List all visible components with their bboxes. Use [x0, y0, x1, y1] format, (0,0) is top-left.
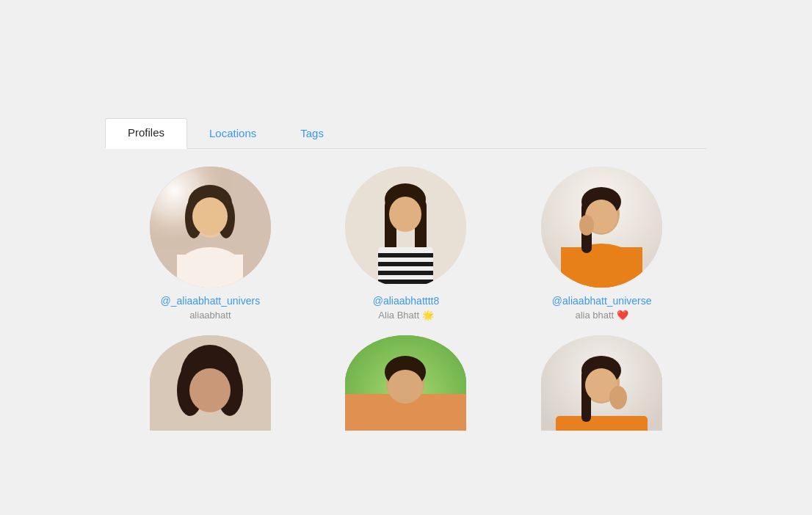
svg-point-7 [192, 197, 228, 235]
avatar-1 [150, 167, 271, 288]
svg-point-30 [579, 215, 594, 235]
tab-tags[interactable]: Tags [278, 120, 346, 148]
tab-locations[interactable]: Locations [187, 120, 278, 148]
profile-username-3: @aliaabhatt_universe [552, 295, 652, 307]
svg-point-50 [609, 386, 627, 409]
profile-fullname-2: Alia Bhatt 🌟 [378, 310, 433, 321]
svg-rect-9 [177, 255, 243, 288]
tabs-container: Profiles Locations Tags [105, 117, 707, 431]
svg-point-16 [389, 197, 421, 232]
svg-point-42 [388, 370, 423, 403]
profile-fullname-1: aliaabhatt [189, 310, 231, 321]
tab-profiles[interactable]: Profiles [105, 118, 187, 149]
avatar-3 [541, 167, 662, 288]
avatar-6 [541, 335, 662, 431]
svg-rect-20 [378, 271, 433, 275]
profile-fullname-3: alia bhatt ❤️ [575, 310, 628, 321]
svg-rect-45 [556, 416, 648, 431]
profile-card-2[interactable]: @aliaabhatttt8 Alia Bhatt 🌟 [330, 167, 482, 321]
tabs-row: Profiles Locations Tags [105, 117, 346, 148]
avatar-4 [150, 335, 271, 431]
profile-card-1[interactable]: @_aliaabhatt_univers aliaabhatt [134, 167, 286, 321]
avatar-5 [345, 335, 466, 431]
profile-username-1: @_aliaabhatt_univers [161, 295, 261, 307]
tabs-divider [105, 148, 707, 149]
page-container: Profiles Locations Tags [0, 0, 812, 515]
svg-rect-18 [378, 253, 433, 258]
avatar-2 [345, 167, 466, 288]
svg-point-35 [189, 368, 231, 412]
profile-card-3[interactable]: @aliaabhatt_universe alia bhatt ❤️ [526, 167, 678, 321]
profile-card-5[interactable] [330, 335, 482, 431]
svg-rect-25 [561, 247, 642, 288]
profile-card-6[interactable] [526, 335, 678, 431]
svg-rect-21 [378, 280, 433, 284]
profile-card-4[interactable] [134, 335, 286, 431]
profile-username-2: @aliaabhatttt8 [373, 295, 440, 307]
profiles-grid: @_aliaabhatt_univers aliaabhatt [105, 167, 707, 431]
svg-rect-19 [378, 262, 433, 266]
